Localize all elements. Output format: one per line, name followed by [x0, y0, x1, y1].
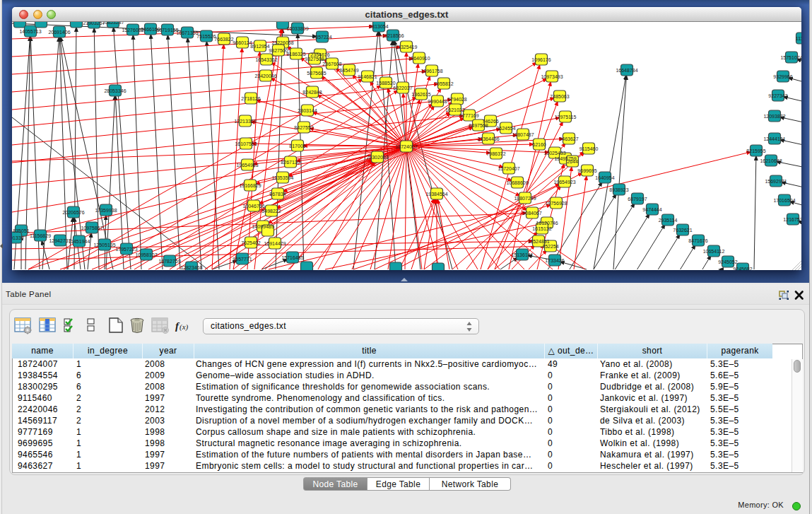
svg-text:9777169: 9777169: [459, 113, 478, 118]
svg-text:817006: 817006: [289, 144, 305, 148]
svg-text:6879197: 6879197: [628, 197, 647, 201]
svg-text:7986372: 7986372: [486, 151, 505, 156]
svg-text:18640910: 18640910: [408, 56, 430, 61]
svg-text:20206576: 20206576: [62, 210, 84, 215]
svg-text:19654983: 19654983: [236, 163, 258, 168]
svg-text:9699695: 9699695: [577, 168, 596, 173]
svg-text:6497568: 6497568: [469, 123, 488, 128]
svg-text:9227343: 9227343: [768, 93, 787, 98]
svg-text:5875685: 5875685: [307, 71, 326, 76]
svg-text:12823468: 12823468: [180, 265, 202, 270]
svg-text:6794028: 6794028: [447, 97, 466, 102]
svg-text:12505135: 12505135: [93, 243, 115, 247]
svg-text:9146821: 9146821: [358, 74, 377, 79]
svg-text:14099489: 14099489: [252, 224, 273, 229]
svg-text:7625402: 7625402: [241, 240, 260, 245]
svg-text:14055713: 14055713: [19, 29, 41, 34]
svg-text:9327508: 9327508: [305, 57, 324, 62]
svg-text:8186325: 8186325: [286, 52, 305, 57]
svg-text:10654112: 10654112: [703, 249, 725, 254]
svg-text:1096176: 1096176: [531, 57, 551, 62]
svg-text:9463627: 9463627: [559, 136, 578, 141]
svg-text:1733426: 1733426: [545, 258, 564, 263]
svg-text:9245682: 9245682: [733, 267, 752, 271]
svg-text:16033809: 16033809: [286, 26, 308, 31]
svg-text:3624554: 3624554: [496, 126, 515, 131]
svg-text:16671355: 16671355: [176, 30, 198, 35]
svg-text:9329966: 9329966: [773, 74, 792, 79]
svg-text:12213369: 12213369: [234, 119, 256, 124]
svg-text:7663822: 7663822: [214, 37, 233, 42]
svg-text:17957223: 17957223: [115, 247, 137, 252]
svg-text:15692971: 15692971: [765, 179, 787, 184]
svg-text:9474444: 9474444: [642, 207, 661, 212]
svg-text:12093872: 12093872: [763, 114, 785, 119]
svg-text:15136141: 15136141: [511, 252, 533, 257]
svg-text:15716485: 15716485: [281, 255, 303, 260]
svg-text:10975867: 10975867: [81, 226, 102, 230]
svg-text:(x): (x): [180, 322, 189, 332]
svg-text:7955812: 7955812: [434, 81, 453, 86]
svg-text:10961758: 10961758: [420, 69, 442, 74]
svg-text:20691406: 20691406: [48, 30, 70, 35]
svg-text:11156829: 11156829: [30, 233, 51, 238]
svg-text:7485063: 7485063: [550, 94, 569, 99]
svg-text:8215955: 8215955: [746, 148, 765, 153]
svg-text:9084067: 9084067: [522, 211, 541, 216]
svg-text:2803144: 2803144: [298, 108, 317, 113]
svg-text:1588520: 1588520: [376, 81, 395, 86]
svg-text:19384554: 19384554: [425, 192, 447, 197]
svg-text:11121: 11121: [796, 36, 801, 41]
svg-text:62160: 62160: [532, 142, 546, 147]
svg-text:19756928: 19756928: [545, 201, 567, 206]
svg-text:11325419: 11325419: [396, 45, 418, 49]
svg-text:10973493: 10973493: [541, 74, 563, 79]
svg-text:10807487: 10807487: [512, 132, 534, 137]
svg-text:2367608: 2367608: [322, 62, 341, 66]
svg-text:5498222: 5498222: [261, 209, 281, 214]
svg-text:1621022: 1621022: [445, 107, 464, 112]
svg-text:11353594: 11353594: [272, 175, 294, 180]
svg-text:9657771: 9657771: [233, 257, 252, 262]
svg-text:28053346: 28053346: [104, 88, 126, 93]
svg-text:21364436: 21364436: [477, 136, 499, 141]
svg-text:10719155: 10719155: [156, 28, 178, 33]
svg-text:10025433: 10025433: [543, 151, 565, 156]
svg-text:252254: 252254: [542, 244, 558, 249]
svg-text:18524851: 18524851: [527, 239, 549, 244]
svg-text:9245052: 9245052: [718, 259, 737, 264]
svg-text:1216753: 1216753: [783, 217, 801, 222]
svg-text:8912954: 8912954: [250, 44, 269, 49]
svg-text:2718126: 2718126: [241, 96, 260, 101]
svg-text:2644: 2644: [567, 159, 578, 164]
svg-text:18724007: 18724007: [395, 144, 417, 149]
svg-text:10688609: 10688609: [506, 180, 528, 185]
svg-text:16107553: 16107553: [235, 141, 257, 146]
svg-text:2935114: 2935114: [659, 218, 678, 223]
svg-text:19654923: 19654923: [553, 180, 575, 185]
svg-text:1615132: 1615132: [532, 226, 551, 231]
svg-text:18807249: 18807249: [514, 196, 536, 201]
svg-text:16120746: 16120746: [536, 221, 558, 226]
svg-text:7857224: 7857224: [312, 35, 331, 40]
svg-text:746266: 746266: [482, 119, 498, 124]
svg-text:9660124: 9660124: [233, 40, 252, 45]
svg-text:16210643: 16210643: [760, 158, 782, 163]
svg-text:25302083: 25302083: [366, 155, 388, 160]
svg-text:12444151: 12444151: [763, 136, 785, 141]
svg-text:10958107: 10958107: [135, 252, 157, 257]
svg-text:10853287: 10853287: [102, 22, 124, 25]
svg-text:19166829: 19166829: [239, 183, 261, 188]
svg-text:8242848: 8242848: [302, 90, 322, 95]
svg-text:16914479: 16914479: [264, 241, 286, 246]
svg-text:15751074: 15751074: [780, 55, 801, 60]
svg-text:16782759: 16782759: [158, 259, 180, 264]
svg-text:10046766: 10046766: [242, 204, 264, 209]
svg-text:9990448: 9990448: [428, 99, 447, 104]
svg-text:17016504: 17016504: [773, 198, 795, 203]
svg-text:23226058: 23226058: [271, 40, 293, 45]
svg-text:6322037: 6322037: [393, 86, 412, 90]
svg-text:8938923: 8938923: [609, 187, 628, 192]
svg-text:19218566: 19218566: [382, 33, 404, 38]
svg-text:9827500: 9827500: [269, 48, 288, 53]
